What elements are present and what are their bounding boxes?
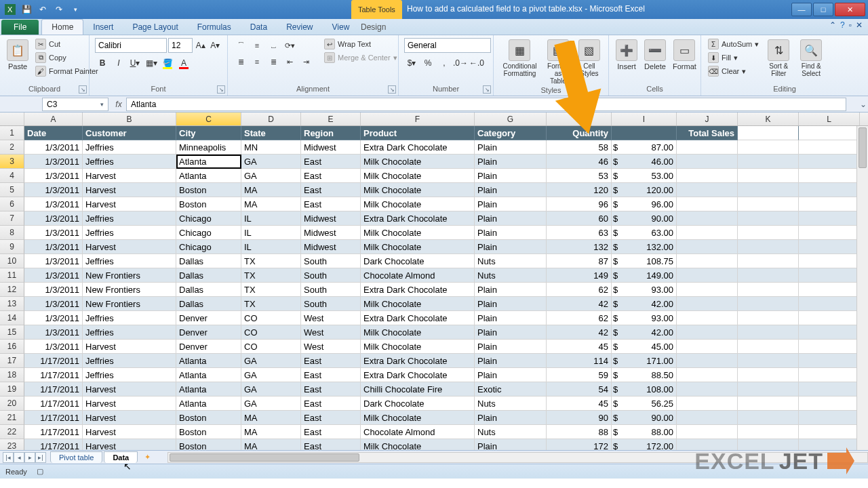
table-cell[interactable]: IL bbox=[241, 211, 301, 226]
table-cell[interactable] bbox=[799, 140, 860, 155]
table-cell[interactable] bbox=[677, 382, 738, 396]
table-cell[interactable]: Plain bbox=[475, 297, 547, 311]
row-header[interactable]: 2 bbox=[0, 140, 24, 155]
table-cell[interactable] bbox=[677, 140, 738, 155]
table-cell[interactable] bbox=[677, 340, 738, 354]
formula-input[interactable]: Atlanta bbox=[126, 98, 846, 111]
table-cell[interactable] bbox=[799, 382, 860, 396]
table-cell[interactable]: Harvest bbox=[83, 382, 176, 396]
table-cell[interactable]: Milk Chocolate bbox=[361, 340, 475, 354]
table-cell[interactable]: 42 bbox=[547, 325, 612, 340]
column-header[interactable]: B bbox=[83, 113, 176, 125]
table-cell[interactable] bbox=[799, 297, 860, 311]
fill-button[interactable]: ⬇Fill▾ bbox=[707, 52, 760, 64]
table-cell[interactable] bbox=[738, 425, 799, 439]
table-cell[interactable]: CO bbox=[241, 340, 301, 354]
table-cell[interactable]: East bbox=[301, 183, 361, 197]
table-cell[interactable]: GA bbox=[241, 354, 301, 368]
tab-page-layout[interactable]: Page Layout bbox=[123, 20, 187, 35]
table-cell[interactable]: 96 bbox=[547, 197, 612, 211]
table-cell[interactable] bbox=[677, 297, 738, 311]
table-cell[interactable] bbox=[799, 183, 860, 197]
table-cell[interactable]: 1/17/2011 bbox=[24, 396, 83, 411]
row-header[interactable]: 17 bbox=[0, 354, 24, 368]
row-header[interactable]: 7 bbox=[0, 211, 24, 226]
table-cell[interactable]: $88.50 bbox=[612, 368, 677, 382]
table-cell[interactable]: Chicago bbox=[176, 211, 241, 226]
table-cell[interactable]: West bbox=[301, 311, 361, 325]
table-cell[interactable]: Midwest bbox=[301, 211, 361, 226]
table-cell[interactable]: 1/3/2011 bbox=[24, 254, 83, 268]
table-cell[interactable] bbox=[799, 368, 860, 382]
table-header-cell[interactable]: Region bbox=[301, 126, 361, 140]
save-icon[interactable]: 💾 bbox=[19, 2, 34, 17]
close-button[interactable]: ✕ bbox=[835, 3, 865, 16]
underline-button[interactable]: U▾ bbox=[127, 56, 142, 70]
table-cell[interactable]: Dallas bbox=[176, 254, 241, 268]
prev-sheet-button[interactable]: ◂ bbox=[14, 452, 24, 463]
row-header[interactable]: 11 bbox=[0, 268, 24, 283]
qat-customize-icon[interactable]: ▾ bbox=[68, 2, 83, 17]
table-cell[interactable]: Plain bbox=[475, 311, 547, 325]
row-header[interactable]: 19 bbox=[0, 382, 24, 396]
row-header[interactable]: 10 bbox=[0, 254, 24, 268]
conditional-formatting-button[interactable]: ▦Conditional Formatting bbox=[499, 38, 540, 79]
table-cell[interactable] bbox=[677, 325, 738, 340]
table-cell[interactable]: 62 bbox=[547, 311, 612, 325]
table-cell[interactable]: $88.00 bbox=[612, 425, 677, 439]
find-select-button[interactable]: 🔍Find & Select bbox=[797, 38, 825, 79]
row-header[interactable]: 23 bbox=[0, 439, 24, 450]
table-cell[interactable]: Milk Chocolate bbox=[361, 325, 475, 340]
table-cell[interactable]: Milk Chocolate bbox=[361, 439, 475, 450]
scrollbar-thumb[interactable] bbox=[170, 453, 359, 462]
autosum-button[interactable]: ΣAutoSum▾ bbox=[707, 38, 760, 50]
font-dialog-launcher[interactable]: ↘ bbox=[217, 85, 225, 94]
row-header[interactable]: 8 bbox=[0, 226, 24, 240]
fill-color-button[interactable]: 🪣 bbox=[160, 56, 175, 70]
table-cell[interactable]: Atlanta bbox=[176, 396, 241, 411]
table-cell[interactable]: Chilli Chocolate Fire bbox=[361, 382, 475, 396]
table-cell[interactable]: Dallas bbox=[176, 268, 241, 283]
table-cell[interactable]: Harvest bbox=[83, 340, 176, 354]
table-cell[interactable] bbox=[677, 155, 738, 169]
table-cell[interactable]: 45 bbox=[547, 396, 612, 411]
table-cell[interactable]: $96.00 bbox=[612, 197, 677, 211]
tab-home[interactable]: Home bbox=[41, 19, 83, 35]
table-cell[interactable]: 1/17/2011 bbox=[24, 354, 83, 368]
align-bottom-button[interactable]: ⎵ bbox=[266, 38, 281, 53]
table-cell[interactable]: Harvest bbox=[83, 197, 176, 211]
table-cell[interactable] bbox=[738, 340, 799, 354]
table-cell[interactable]: Jeffries bbox=[83, 140, 176, 155]
table-cell[interactable]: 114 bbox=[547, 354, 612, 368]
table-cell[interactable]: Plain bbox=[475, 340, 547, 354]
table-cell[interactable]: IL bbox=[241, 226, 301, 240]
column-header[interactable]: F bbox=[361, 113, 475, 125]
table-header-cell[interactable]: Quantity bbox=[547, 126, 612, 140]
table-cell[interactable]: 62 bbox=[547, 283, 612, 297]
table-cell[interactable]: 87 bbox=[547, 254, 612, 268]
table-cell[interactable]: 149 bbox=[547, 268, 612, 283]
table-cell[interactable] bbox=[677, 211, 738, 226]
clipboard-dialog-launcher[interactable]: ↘ bbox=[79, 85, 87, 94]
table-cell[interactable]: East bbox=[301, 169, 361, 183]
table-cell[interactable] bbox=[738, 354, 799, 368]
table-cell[interactable]: Plain bbox=[475, 368, 547, 382]
table-cell[interactable] bbox=[738, 439, 799, 450]
new-sheet-button[interactable]: ✦ bbox=[140, 452, 154, 463]
restore-workbook-icon[interactable]: ▫ bbox=[849, 20, 852, 30]
table-cell[interactable]: Jeffries bbox=[83, 155, 176, 169]
table-cell[interactable]: Nuts bbox=[475, 254, 547, 268]
table-cell[interactable]: Harvest bbox=[83, 169, 176, 183]
table-cell[interactable]: $108.75 bbox=[612, 254, 677, 268]
table-cell[interactable]: MA bbox=[241, 439, 301, 450]
expand-formula-bar-icon[interactable]: ⌄ bbox=[859, 100, 868, 109]
table-cell[interactable]: Harvest bbox=[83, 240, 176, 254]
table-cell[interactable]: GA bbox=[241, 169, 301, 183]
column-header[interactable]: C bbox=[176, 113, 241, 125]
increase-decimal-button[interactable]: .0→ bbox=[453, 56, 468, 70]
minimize-ribbon-icon[interactable]: ⌃ bbox=[829, 20, 836, 30]
table-cell[interactable] bbox=[738, 311, 799, 325]
format-table-button[interactable]: ▤Format as Table bbox=[545, 38, 572, 86]
column-header[interactable]: A bbox=[24, 113, 83, 125]
table-cell[interactable]: 1/3/2011 bbox=[24, 155, 83, 169]
